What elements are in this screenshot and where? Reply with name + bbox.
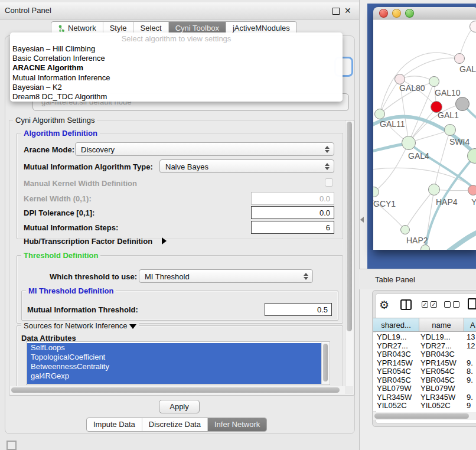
mi-type-value: Naive Bayes — [165, 162, 208, 171]
mi-threshold-label: Mutual Information Threshold: — [27, 305, 138, 314]
mi-steps-field[interactable]: 6 — [251, 221, 334, 234]
expand-arrow-icon[interactable] — [162, 237, 167, 244]
minimized-panel-icon[interactable] — [6, 441, 17, 450]
node-label: HAP2 — [406, 236, 428, 245]
network-node-gal[interactable] — [454, 53, 465, 64]
table-cell[interactable]: YBL079W — [420, 384, 455, 393]
table-cell[interactable]: YDL19... — [420, 333, 451, 342]
sources-title: Sources for Network Inference — [21, 321, 139, 330]
tab-discretize-data[interactable]: Discretize Data — [142, 418, 207, 431]
columns-icon[interactable] — [400, 299, 412, 310]
list-item[interactable]: gal4RGexp — [27, 371, 322, 381]
table-cell[interactable]: YDR27... — [420, 342, 452, 351]
table-rows: YDL19... YDL19... 13 YDR27... YDR27... 1… — [373, 332, 476, 411]
aracne-mode-select[interactable]: Discovery — [75, 142, 334, 156]
table-horizontal-scrollbar[interactable] — [373, 412, 476, 420]
dpi-tolerance-field[interactable]: 0.0 — [251, 206, 334, 219]
table-cell[interactable]: YDR27... — [377, 342, 408, 351]
collapse-arrow-icon[interactable] — [129, 324, 136, 329]
manual-kernel-checkbox[interactable] — [325, 178, 333, 187]
network-node-gray[interactable] — [455, 97, 470, 111]
algorithm-option-mutual-information[interactable]: Mutual Information Inference — [10, 73, 343, 83]
mi-threshold-field[interactable]: 0.5 — [265, 303, 332, 316]
which-threshold-label: Which threshold to use: — [50, 272, 137, 281]
table-cell[interactable]: 9. — [467, 359, 473, 368]
network-node-hap4[interactable] — [428, 184, 440, 195]
table-cell[interactable]: 8. — [467, 367, 473, 376]
network-node-hap2[interactable] — [400, 225, 410, 234]
column-header-shared-name[interactable]: shared... — [373, 318, 419, 332]
stepper-arrows-icon — [304, 272, 308, 281]
algorithm-option-bayesian-hill[interactable]: Bayesian – Hill Climbing — [10, 44, 343, 54]
network-node-salmon[interactable] — [468, 185, 476, 195]
kernel-width-label: Kernel Width (0,1): — [24, 194, 92, 203]
network-window[interactable]: GAL GAL80 GAL10 GAL1 GAL11 SWI4 GAL4 GCY… — [373, 7, 476, 250]
list-item[interactable]: TopologicalCoefficient — [27, 353, 322, 362]
list-item[interactable]: SelfLoops — [27, 343, 322, 353]
table-cell[interactable]: 9 — [467, 402, 471, 410]
apply-button[interactable]: Apply — [159, 400, 200, 413]
table-cell[interactable]: 12 — [467, 342, 475, 351]
close-window-icon[interactable] — [379, 9, 388, 18]
list-scrollbar[interactable] — [321, 343, 329, 384]
table-cell[interactable]: YBR043C — [377, 350, 411, 359]
table-cell[interactable]: YPR145W — [420, 359, 457, 368]
minimize-window-icon[interactable] — [392, 9, 401, 18]
network-node-gal11[interactable] — [374, 109, 385, 119]
aracne-mode-value: Discovery — [81, 145, 115, 154]
table-cell[interactable]: YER054C — [377, 367, 411, 376]
column-header-name[interactable]: name — [419, 318, 464, 332]
node-label: GAL4 — [408, 151, 429, 161]
control-panel-title: Control Panel — [5, 6, 51, 15]
list-item[interactable]: BetweennessCentrality — [27, 362, 322, 371]
table-cell[interactable]: YIL052C — [377, 402, 407, 410]
deselect-all-checkboxes-icon[interactable] — [444, 301, 459, 308]
split-divider-arrow-icon[interactable] — [360, 217, 364, 223]
settings-horizontal-scrollbar[interactable] — [9, 386, 345, 394]
algorithm-option-basic-correlation[interactable]: Basic Correlation Inference — [10, 54, 343, 63]
kernel-width-field[interactable]: 0.0 — [251, 192, 334, 205]
node-label: GAL11 — [380, 119, 405, 129]
column-header-partial[interactable]: A — [464, 318, 476, 332]
table-cell[interactable]: 9. — [467, 376, 473, 385]
select-all-checkboxes-icon[interactable]: ✓✓ — [422, 301, 437, 308]
table-panel-title: Table Panel — [375, 275, 415, 284]
table-cell[interactable]: YDL19... — [377, 333, 407, 342]
table-cell[interactable]: YER054C — [420, 367, 455, 376]
zoom-window-icon[interactable] — [405, 9, 414, 18]
node-label: GAL80 — [399, 83, 425, 93]
network-node-gal10[interactable] — [429, 76, 439, 87]
table-cell[interactable]: YLR345W — [377, 393, 412, 402]
settings-vertical-scrollbar[interactable] — [345, 120, 353, 386]
table-cell[interactable]: YBR045C — [377, 376, 411, 385]
tab-infer-network[interactable]: Infer Network — [207, 418, 266, 431]
node-label: GAL10 — [435, 88, 461, 97]
gear-icon[interactable]: ⚙ — [379, 298, 389, 312]
algorithm-option-aracne[interactable]: ARACNE Algorithm — [10, 63, 343, 73]
threshold-definition-title: Threshold Definition — [21, 251, 100, 260]
table-cell[interactable]: YIL052C — [420, 402, 451, 410]
float-panel-icon[interactable] — [332, 8, 340, 15]
tab-impute-data[interactable]: Impute Data — [87, 418, 142, 431]
algorithm-option-dream8[interactable]: Dream8 DC_TDC Algorithm — [10, 92, 343, 102]
which-threshold-select[interactable]: MI Threshold — [139, 269, 313, 283]
table-cell[interactable]: YLR345W — [420, 393, 455, 402]
data-attributes-list[interactable]: SelfLoops TopologicalCoefficient Between… — [26, 341, 330, 385]
network-node-gal4[interactable] — [402, 136, 416, 150]
table-cell[interactable]: YPR145W — [377, 359, 413, 368]
export-table-icon[interactable] — [468, 298, 476, 309]
node-label: GAL1 — [438, 110, 459, 120]
table-cell[interactable]: YBR043C — [420, 350, 455, 359]
network-node[interactable] — [420, 244, 430, 250]
network-canvas[interactable]: GAL GAL80 GAL10 GAL1 GAL11 SWI4 GAL4 GCY… — [373, 19, 476, 250]
table-cell[interactable]: 13 — [467, 333, 475, 342]
table-cell[interactable]: YBL079W — [377, 384, 412, 393]
algorithm-option-bayesian-k2[interactable]: Bayesian – K2 — [10, 83, 343, 92]
algorithm-definition-title: Algorithm Definition — [21, 129, 100, 138]
close-panel-icon[interactable]: ✕ — [344, 6, 351, 15]
table-cell[interactable]: 9. — [467, 393, 473, 402]
network-node-swi4[interactable] — [444, 124, 456, 136]
mi-type-select[interactable]: Naive Bayes — [159, 159, 334, 173]
network-window-titlebar[interactable] — [373, 7, 476, 19]
table-cell[interactable]: YBR045C — [420, 376, 455, 385]
